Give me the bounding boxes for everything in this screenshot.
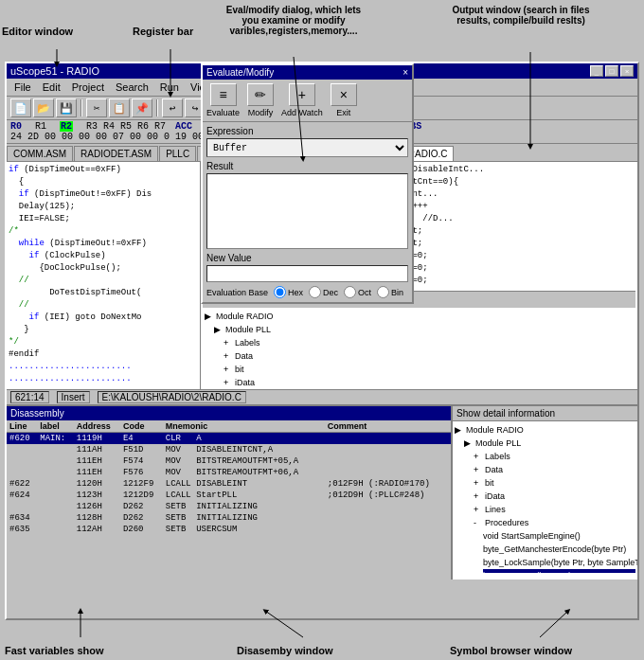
table-row[interactable]: #634 1128H D262 SETB INITIALIZING	[7, 512, 451, 524]
tree-module-pll[interactable]: ▶ Module PLL	[464, 437, 635, 450]
cell-line: #635	[7, 524, 37, 535]
tree-data[interactable]: + Data	[474, 463, 635, 476]
minimize-button[interactable]: _	[590, 65, 603, 77]
tree-expand-icon: +	[224, 349, 233, 363]
tree-item-idata[interactable]: + iData	[224, 376, 634, 389]
main-content-area: if (DispTimeOut==0xFF) { if (DispTimeOut…	[7, 162, 637, 389]
code-line: if (DispTimeOut==0xFF)	[9, 164, 198, 176]
code-line: if (IEI) goto DoNextMo	[9, 312, 198, 324]
symbol-tree-inline: ▶ Module RADIO ▶ Module PLL + Labels + D…	[203, 308, 635, 389]
base-dec-radio[interactable]: Dec	[309, 286, 338, 298]
code-line: IEI=FALSE;	[9, 213, 198, 225]
fast-vars-label: Fast variables show	[5, 645, 104, 656]
cell-addr: 1123H	[74, 490, 120, 501]
table-row[interactable]: 1126H D262 SETB INITIALIZING	[7, 501, 451, 512]
toolbar-save[interactable]: 💾	[56, 98, 77, 117]
table-row[interactable]: #635 112AH D260 SETB USERCSUM	[7, 524, 451, 535]
cell-label	[37, 490, 74, 501]
cell-line	[7, 444, 37, 455]
editor-content[interactable]: if (DispTimeOut==0xFF) { if (DispTimeOut…	[7, 162, 200, 389]
tree-item-radio[interactable]: ▶ Module RADIO	[205, 310, 634, 323]
table-row[interactable]: 111EH F574 MOV BITSTREAMOUTFMT+05,A	[7, 455, 451, 467]
symbol-tree[interactable]: ▶ Module RADIO ▶ Module PLL + Labels + D…	[453, 421, 637, 573]
cell-code: E4	[120, 433, 163, 445]
toolbar-new[interactable]: 📄	[10, 98, 31, 117]
cell-addr: 1120H	[74, 478, 120, 490]
tree-startSampleEngine[interactable]: void StartSampleEngine()	[483, 529, 635, 543]
tab-comm-asm[interactable]: COMM.ASM	[7, 146, 73, 161]
status-mode: Insert	[57, 391, 90, 403]
code-line	[9, 385, 198, 389]
symbol-browser-header: Show detail information	[453, 406, 637, 421]
table-row[interactable]: 111AH F51D MOV DISABLEINTCNT,A	[7, 444, 451, 455]
code-line: */	[9, 336, 198, 348]
cell-label: MAIN:	[37, 433, 74, 445]
table-row[interactable]: #624 1123H 1212D9 LCALL StartPLL ;012D9H…	[7, 490, 451, 501]
base-oct-radio[interactable]: Oct	[344, 286, 371, 298]
eval-exit-button[interactable]: × Exit	[331, 83, 357, 117]
cell-addr: 111EH	[74, 467, 120, 478]
tree-item-data[interactable]: + Data	[224, 349, 634, 363]
new-value-input[interactable]	[206, 265, 408, 282]
eval-evaluate-button[interactable]: ≡ Evaluate	[206, 83, 240, 117]
tree-lockSample[interactable]: byte_LockSample(byte Ptr, byte SampleTyp…	[483, 556, 635, 569]
cell-line: #620	[7, 433, 37, 445]
table-row[interactable]: #622 1120H 1212F9 LCALL DISABLEINT ;012F…	[7, 478, 451, 490]
tree-item-bit[interactable]: + bit	[224, 363, 634, 376]
eval-modify-button[interactable]: ✏ Modify	[247, 83, 274, 117]
close-button[interactable]: ×	[620, 65, 634, 77]
editor-pane[interactable]: if (DispTimeOut==0xFF) { if (DispTimeOut…	[7, 162, 201, 389]
toolbar-paste[interactable]: 📌	[132, 98, 152, 117]
tree-getManchesterEncode[interactable]: byte_GetManchesterEncode(byte Ptr)	[483, 543, 635, 556]
eval-addwatch-button[interactable]: + Add Watch	[281, 83, 323, 117]
toolbar-cut[interactable]: ✂	[86, 98, 107, 117]
toolbar-undo[interactable]: ↩	[162, 98, 183, 117]
cell-addr: 112AH	[74, 524, 120, 535]
cell-mnem: MOV BITSTREAMOUTFMT+05,A	[163, 455, 325, 467]
col-line: Line	[7, 420, 37, 433]
maximize-button[interactable]: □	[605, 65, 618, 77]
tab-radiodet-asm[interactable]: RADIODEТ.ASM	[74, 146, 158, 161]
tree-item-labels[interactable]: + Labels	[224, 336, 634, 349]
tree-item-pll[interactable]: ▶ Module PLL	[214, 323, 634, 336]
base-hex-radio[interactable]: Hex	[274, 286, 303, 298]
table-row[interactable]: 111EH F576 MOV BITSTREAMOUTFMT+06,A	[7, 467, 451, 478]
tree-module-radio[interactable]: ▶ Module RADIO	[455, 423, 635, 437]
modify-icon: ✏	[247, 83, 274, 106]
toolbar-open[interactable]: 📂	[33, 98, 54, 117]
code-line: while (DispTimeOut!=0xFF)	[9, 238, 198, 250]
cell-code: 1212D9	[120, 490, 163, 501]
disasm-table: Line label Address Code Mnemonic Comment…	[7, 420, 451, 535]
tree-bit[interactable]: + bit	[474, 476, 635, 490]
menu-search[interactable]: Search	[110, 80, 154, 94]
tree-procedures[interactable]: - Procedures	[474, 516, 635, 529]
tree-labels[interactable]: + Labels	[474, 450, 635, 463]
cell-comment	[325, 501, 451, 512]
menu-edit[interactable]: Edit	[37, 80, 66, 94]
cell-mnem: MOV BITSTREAMOUTFMT+06,A	[163, 467, 325, 478]
tab-pllc[interactable]: PLLC	[159, 146, 196, 161]
eval-dialog-label: Eval/modify dialog, which lets you exami…	[218, 5, 369, 36]
toolbar-sep2	[156, 99, 158, 116]
menu-project[interactable]: Project	[66, 80, 110, 94]
toolbar-sep1	[80, 99, 82, 116]
expression-input[interactable]: Buffer	[206, 138, 408, 157]
toolbar-copy[interactable]: 📋	[109, 98, 130, 117]
menu-file[interactable]: File	[9, 80, 37, 94]
code-line-dots: ........................	[9, 361, 198, 373]
base-bin-radio[interactable]: Bin	[377, 286, 403, 298]
status-position: 621:14	[10, 391, 49, 403]
cell-code: F574	[120, 455, 163, 467]
cell-code: D262	[120, 501, 163, 512]
table-row[interactable]: #620 MAIN: 1119H E4 CLR A	[7, 433, 451, 445]
tree-lines[interactable]: + Lines	[474, 503, 635, 516]
cell-line	[7, 467, 37, 478]
result-label: Result	[206, 161, 408, 171]
tree-idata[interactable]: + iData	[474, 490, 635, 503]
cell-mnem: SETB INITIALIZING	[163, 512, 325, 524]
editor-window-label: Editor window	[2, 26, 73, 37]
menu-run[interactable]: Run	[154, 80, 185, 94]
col-label: label	[37, 420, 74, 433]
tree-pwrsum[interactable]: byte_PwrSum(byte Ptr)	[483, 569, 635, 573]
cell-mnem: MOV DISABLEINTCNT,A	[163, 444, 325, 455]
